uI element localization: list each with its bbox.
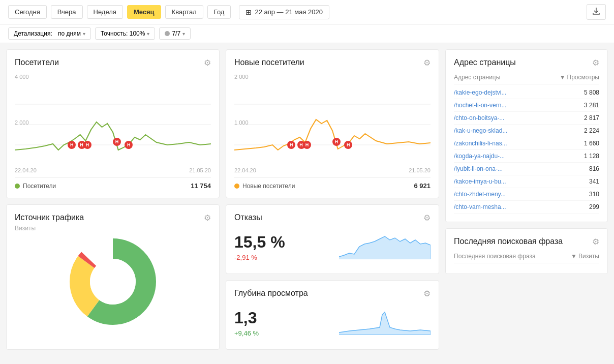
- table-row: /lyubit-li-on-ona-...816: [454, 163, 599, 175]
- page-url-link[interactable]: /chto-on-boitsya-...: [454, 114, 504, 122]
- right-panel: Адрес страницы ⚙ Адрес страницы ▼ Просмо…: [445, 49, 608, 356]
- nv-x-left: 22.04.20: [234, 167, 256, 173]
- holiday-marker-3: Н: [83, 141, 91, 149]
- search-phrase-card: Последняя поисковая фраза ⚙ Последняя по…: [445, 228, 608, 274]
- row-value: 2 817: [584, 114, 599, 122]
- source-traffic-card: Источник трафика ⚙ Визиты: [6, 204, 220, 350]
- period-today[interactable]: Сегодня: [8, 5, 47, 19]
- table-row: /chto-zhdet-meny...310: [454, 188, 599, 201]
- row-value: 5 808: [584, 89, 599, 96]
- refusals-value: 15,5 %: [234, 233, 285, 252]
- new-visitors-legend: Новые посетители 6 921: [234, 177, 431, 190]
- robots-dropdown[interactable]: 7/7 ▾: [159, 27, 191, 40]
- new-visitors-card-header: Новые посетители ⚙: [234, 58, 431, 68]
- page-url-link[interactable]: /kak-u-nego-sklad...: [454, 127, 507, 134]
- source-traffic-subtitle: Визиты: [15, 225, 211, 232]
- row-value: 816: [589, 165, 599, 172]
- donut-chart-container: [15, 236, 211, 327]
- refusals-settings-icon[interactable]: ⚙: [423, 213, 431, 223]
- search-phrase-header: Последняя поисковая фраза ⚙: [454, 237, 599, 247]
- page-url-link[interactable]: /kakoe-imya-u-bu...: [454, 178, 506, 185]
- nv-legend-value: 6 921: [414, 182, 431, 190]
- page-url-link[interactable]: /kakie-ego-dejstvi...: [454, 89, 506, 96]
- robots-label: 7/7: [172, 30, 180, 37]
- visitors-title: Посетители: [15, 58, 59, 67]
- table-row: /zakonchilis-li-nas...1 660: [454, 137, 599, 150]
- page-url-link[interactable]: /kogda-ya-najdu-...: [454, 153, 505, 160]
- page-address-col2: ▼ Просмотры: [560, 74, 599, 81]
- visitors-settings-icon[interactable]: ⚙: [204, 58, 211, 68]
- refusals-change: -2,91 %: [234, 254, 285, 261]
- chevron-down-icon: ▾: [147, 31, 149, 37]
- page-url-link[interactable]: /lyubit-li-on-ona-...: [454, 165, 503, 172]
- table-row: /hochet-li-on-vern...3 281: [454, 99, 599, 112]
- visitors-y-mid: 2 000: [15, 119, 29, 126]
- depth-change: +9,46 %: [234, 329, 259, 337]
- nv-legend-item: Новые посетители: [234, 183, 295, 190]
- page-address-header: Адрес страницы ⚙: [454, 58, 599, 68]
- date-range-picker[interactable]: ⊞ 22 апр — 21 мая 2020: [239, 5, 329, 19]
- page-url-link[interactable]: /hochet-li-on-vern...: [454, 102, 506, 109]
- depth-value: 1,3: [234, 309, 259, 327]
- search-phrase-title: Последняя поисковая фраза: [454, 237, 563, 246]
- date-range-label: 22 апр — 21 мая 2020: [255, 8, 323, 16]
- new-visitors-settings-icon[interactable]: ⚙: [423, 58, 431, 68]
- table-row: /kogda-ya-najdu-...1 128: [454, 150, 599, 163]
- page-address-settings-icon[interactable]: ⚙: [592, 58, 599, 68]
- grid-icon: ⊞: [245, 8, 252, 16]
- visitors-card: Посетители ⚙ 4 000 2 000 Н Н Н Н Н 22.04…: [6, 49, 220, 198]
- accuracy-dropdown[interactable]: Точность: 100% ▾: [95, 27, 155, 40]
- search-phrase-table-header: Последняя поисковая фраза ▼ Визиты: [454, 253, 599, 263]
- table-row: /kak-u-nego-sklad...2 224: [454, 125, 599, 137]
- visitors-x-right: 21.05.20: [189, 167, 211, 173]
- row-value: 310: [589, 191, 599, 198]
- page-address-col1: Адрес страницы: [454, 74, 500, 81]
- visitors-y-top: 4 000: [15, 74, 29, 80]
- new-visitors-card: Новые посетители ⚙ 2 000 1 000 Н Н Н Н Н…: [226, 49, 439, 198]
- source-traffic-settings-icon[interactable]: ⚙: [204, 213, 211, 223]
- detalization-value: по дням: [58, 30, 81, 37]
- source-traffic-header: Источник трафика ⚙: [15, 213, 211, 223]
- nv-holiday-marker-3: Н: [303, 141, 311, 149]
- page-url-link[interactable]: /zakonchilis-li-nas...: [454, 140, 507, 147]
- page-address-table-header: Адрес страницы ▼ Просмотры: [454, 74, 599, 84]
- row-value: 299: [589, 203, 599, 210]
- refusals-mini-chart: [339, 229, 431, 259]
- main-content: Посетители ⚙ 4 000 2 000 Н Н Н Н Н 22.04…: [0, 43, 614, 362]
- depth-mini-chart: [339, 305, 431, 335]
- visitors-legend-dot: [15, 184, 20, 189]
- refusals-header: Отказы ⚙: [234, 213, 431, 223]
- page-url-link[interactable]: /chto-vam-mesha...: [454, 203, 506, 210]
- nv-legend-label: Новые посетители: [242, 183, 295, 190]
- nv-legend-dot: [234, 184, 239, 189]
- new-visitors-y-mid: 1 000: [234, 119, 249, 126]
- depth-title: Глубина просмотра: [234, 289, 308, 298]
- period-month[interactable]: Месяц: [127, 5, 161, 19]
- row-value: 1 660: [584, 140, 599, 147]
- export-button[interactable]: [587, 4, 606, 20]
- detalization-label: Детализация:: [14, 30, 52, 37]
- search-phrase-settings-icon[interactable]: ⚙: [592, 237, 599, 247]
- new-visitors-chart: 2 000 1 000 Н Н Н Н Н: [234, 74, 431, 165]
- visitors-legend-item: Посетители: [15, 183, 56, 190]
- depth-settings-icon[interactable]: ⚙: [423, 289, 431, 298]
- chevron-down-icon: ▾: [182, 31, 185, 37]
- page-url-link[interactable]: /chto-zhdet-meny...: [454, 191, 506, 198]
- new-visitors-x-labels: 22.04.20 21.05.20: [234, 167, 431, 173]
- detalization-dropdown[interactable]: Детализация: по дням ▾: [8, 27, 91, 40]
- visitors-x-labels: 22.04.20 21.05.20: [15, 167, 211, 173]
- refusals-title: Отказы: [234, 213, 262, 222]
- visitors-legend: Посетители 11 754: [15, 177, 211, 190]
- filter-bar: Детализация: по дням ▾ Точность: 100% ▾ …: [0, 24, 614, 43]
- period-week[interactable]: Неделя: [87, 5, 123, 19]
- period-quarter[interactable]: Квартал: [165, 5, 203, 19]
- chevron-down-icon: ▾: [83, 31, 85, 37]
- bottom-right-col: Отказы ⚙ 15,5 % -2,91 % Глубина просмотр…: [226, 204, 439, 350]
- page-address-table: /kakie-ego-dejstvi...5 808 /hochet-li-on…: [454, 86, 599, 214]
- period-year[interactable]: Год: [207, 5, 231, 19]
- period-yesterday[interactable]: Вчера: [51, 5, 83, 19]
- visitors-legend-label: Посетители: [23, 183, 56, 190]
- page-address-card: Адрес страницы ⚙ Адрес страницы ▼ Просмо…: [445, 49, 608, 222]
- source-traffic-title: Источник трафика: [15, 213, 84, 222]
- visitors-card-header: Посетители ⚙: [15, 58, 211, 68]
